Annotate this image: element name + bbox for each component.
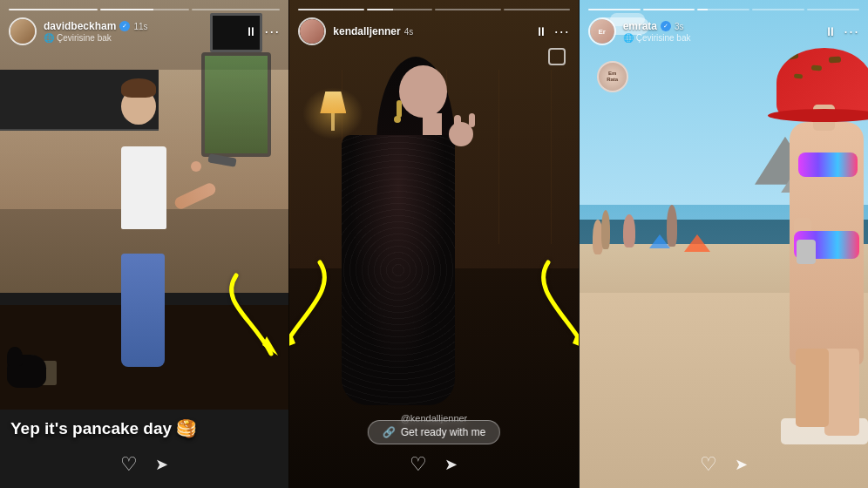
send-icon-3[interactable]: ➤ — [735, 455, 748, 474]
translate-label-3: Çevirisine bak — [636, 33, 691, 43]
story-background — [0, 0, 288, 488]
more-button-2[interactable]: ··· — [554, 23, 570, 41]
story-kendalljenner: kendalljenner 4s ⏸ ··· @kendalljenner 🔗 … — [288, 0, 578, 488]
wall-lamp — [320, 92, 346, 131]
p2-2 — [367, 9, 433, 10]
story-3-actions: ♡ ➤ — [580, 453, 868, 476]
translate-label: Çevirisine bak — [57, 33, 112, 43]
emrata-logo: EmRata — [597, 61, 628, 92]
get-ready-button[interactable]: 🔗 Get ready with me — [368, 420, 500, 444]
link-icon: 🔗 — [383, 426, 396, 438]
username-row: davidbeckham ✓ 11s — [44, 20, 148, 32]
globe-icon: 🌐 — [44, 33, 54, 43]
send-icon[interactable]: ➤ — [155, 455, 168, 474]
user-row-2: kendalljenner 4s ⏸ ··· — [298, 17, 569, 45]
get-ready-label: Get ready with me — [401, 426, 485, 438]
user-left: davidbeckham ✓ 11s 🌐 Çevirisine bak — [9, 17, 148, 45]
story-2-actions: ♡ ➤ — [289, 453, 578, 476]
yellow-arrow-left — [210, 258, 280, 366]
p2-4 — [504, 9, 570, 10]
translate-hint[interactable]: 🌐 Çevirisine bak — [44, 33, 148, 43]
story-caption: Yep it's pancake day 🥞 — [10, 418, 278, 440]
story-controls-3: ⏸ ··· — [824, 23, 859, 41]
avatar[interactable] — [9, 17, 37, 45]
user-row: davidbeckham ✓ 11s 🌐 Çevirisine bak ⏸ ··… — [9, 17, 280, 45]
p2-3 — [435, 9, 501, 10]
story-actions: ♡ ➤ — [0, 453, 288, 476]
username-3[interactable]: emrata — [623, 20, 657, 32]
avatar-3[interactable]: Er — [588, 17, 616, 45]
yellow-arrow-center-right — [522, 249, 579, 357]
progress-3 — [192, 9, 281, 10]
pause-button[interactable]: ⏸ — [245, 24, 257, 38]
story-controls: ⏸ ··· — [245, 23, 280, 41]
pause-button-2[interactable]: ⏸ — [535, 24, 547, 38]
progress-2 — [100, 9, 189, 10]
user-left-3: Er emrata ✓ 3s 🌐 Çevirisine bak — [588, 17, 691, 45]
user-info: davidbeckham ✓ 11s 🌐 Çevirisine bak — [44, 20, 148, 43]
p3-5 — [807, 9, 859, 10]
verified-icon-3: ✓ — [661, 21, 671, 31]
user-info-2: kendalljenner 4s — [333, 25, 413, 37]
user-info-3: emrata ✓ 3s 🌐 Çevirisine bak — [623, 20, 691, 43]
globe-icon-3: 🌐 — [623, 33, 634, 43]
translate-hint-3[interactable]: 🌐 Çevirisine bak — [623, 33, 691, 43]
story-time-3: 3s — [675, 22, 684, 31]
svg-marker-2 — [573, 335, 579, 349]
pause-button-3[interactable]: ⏸ — [824, 24, 837, 38]
username-row-3: emrata ✓ 3s — [623, 20, 691, 32]
p3-2 — [643, 9, 695, 10]
heart-icon-2[interactable]: ♡ — [410, 453, 427, 476]
story-emrata: EmRata Er emrata ✓ — [579, 0, 868, 488]
story-davidbeckham: davidbeckham ✓ 11s 🌐 Çevirisine bak ⏸ ··… — [0, 0, 288, 488]
username-row-2: kendalljenner 4s — [333, 25, 413, 37]
progress-bar-3 — [588, 9, 859, 10]
story-controls-2: ⏸ ··· — [535, 23, 570, 41]
story-time-2: 4s — [404, 27, 414, 37]
send-icon-2[interactable]: ➤ — [444, 455, 458, 474]
p2-1 — [298, 9, 364, 10]
verified-icon: ✓ — [119, 21, 130, 31]
frame-icon — [548, 48, 566, 65]
progress-1 — [9, 9, 98, 10]
avatar-2[interactable] — [298, 17, 326, 45]
user-left-2: kendalljenner 4s — [298, 17, 413, 45]
more-button[interactable]: ··· — [264, 23, 280, 41]
yellow-arrow-center-left — [288, 249, 346, 357]
p3-3 — [697, 9, 749, 10]
heart-icon-3[interactable]: ♡ — [700, 453, 717, 476]
story-2-header: kendalljenner 4s ⏸ ··· — [289, 0, 578, 45]
stories-container: davidbeckham ✓ 11s 🌐 Çevirisine bak ⏸ ··… — [0, 0, 868, 488]
more-button-3[interactable]: ··· — [844, 23, 859, 41]
p3-4 — [752, 9, 804, 10]
story-3-header: Er emrata ✓ 3s 🌐 Çevirisine bak — [580, 0, 868, 45]
user-row-3: Er emrata ✓ 3s 🌐 Çevirisine bak — [588, 17, 859, 45]
heart-icon[interactable]: ♡ — [120, 453, 138, 476]
progress-bar-2 — [298, 9, 569, 10]
story-time: 11s — [133, 22, 147, 31]
story-1-header: davidbeckham ✓ 11s 🌐 Çevirisine bak ⏸ ··… — [0, 0, 288, 45]
progress-bar — [9, 9, 280, 10]
p3-1 — [588, 9, 641, 10]
username[interactable]: davidbeckham — [44, 20, 116, 32]
username-2[interactable]: kendalljenner — [333, 25, 400, 37]
